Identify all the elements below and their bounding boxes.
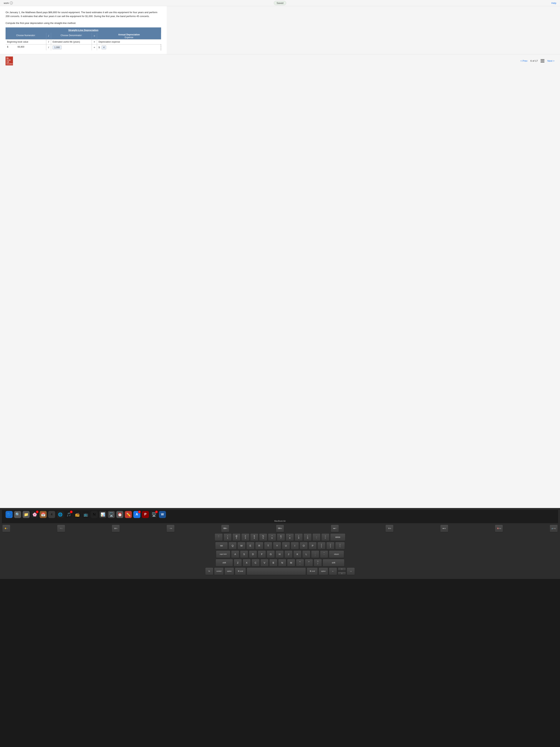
key-bracket-r[interactable]: }]: [326, 542, 335, 550]
key-6[interactable]: ^6: [268, 533, 276, 541]
dock-p[interactable]: P: [142, 511, 149, 518]
key-arrow-right[interactable]: →: [347, 567, 355, 575]
key-delete[interactable]: delete: [330, 533, 345, 541]
key-z[interactable]: Z: [234, 559, 242, 567]
dock-w[interactable]: W: [159, 511, 166, 518]
key-v[interactable]: V: [260, 559, 268, 567]
key-tab[interactable]: tab: [215, 542, 228, 550]
key-b[interactable]: B: [269, 559, 277, 567]
key-3[interactable]: #3: [241, 533, 249, 541]
key-p[interactable]: P: [309, 542, 317, 550]
prev-button[interactable]: < Prev: [521, 59, 527, 62]
key-backtick[interactable]: ~`: [215, 533, 223, 541]
key-fn-bottom[interactable]: fn: [205, 567, 213, 575]
key-arrow-left[interactable]: ←: [329, 567, 337, 575]
key-4[interactable]: $4: [250, 533, 258, 541]
key-o[interactable]: O: [300, 542, 308, 550]
key-s[interactable]: S: [240, 550, 248, 558]
key-0[interactable]: )0: [303, 533, 312, 541]
key-f[interactable]: F: [258, 550, 266, 558]
key-f10[interactable]: 🔇F10: [495, 525, 503, 533]
key-7[interactable]: &7: [277, 533, 285, 541]
dock-stocks[interactable]: N: [91, 511, 98, 518]
key-arrow-up[interactable]: ↑: [338, 567, 346, 571]
key-f5[interactable]: ⌨F5: [221, 525, 229, 533]
dock-pencil[interactable]: ✏️: [125, 511, 132, 518]
key-l[interactable]: L: [302, 550, 310, 558]
key-1[interactable]: !1: [223, 533, 232, 541]
dock-desktop[interactable]: 🖥️1: [150, 511, 157, 518]
key-e[interactable]: E: [246, 542, 255, 550]
key-u[interactable]: U: [282, 542, 290, 550]
dock-monitor[interactable]: 🖥️: [108, 511, 115, 518]
key-2[interactable]: @2: [233, 533, 241, 541]
key-a[interactable]: A: [231, 550, 239, 558]
grid-icon[interactable]: [541, 59, 544, 62]
key-g[interactable]: G: [267, 550, 275, 558]
key-minus[interactable]: _-: [313, 533, 321, 541]
key-f7[interactable]: ⏮F7: [331, 525, 339, 533]
row2-col2-val[interactable]: 1,000: [53, 46, 61, 49]
dock-finder[interactable]: 🔵: [5, 511, 12, 518]
key-space[interactable]: [247, 567, 306, 575]
key-arrow-down[interactable]: ↓: [338, 571, 346, 575]
key-f8[interactable]: ⏸F8: [385, 525, 394, 533]
key-c[interactable]: C: [251, 559, 260, 567]
dock-photos[interactable]: 🌸 1: [31, 511, 38, 518]
key-equals[interactable]: +=: [321, 533, 329, 541]
key-8[interactable]: *8: [286, 533, 294, 541]
key-bracket-l[interactable]: {[: [317, 542, 325, 550]
key-q[interactable]: Q: [229, 542, 237, 550]
dock-chrome[interactable]: 🌐: [57, 511, 64, 518]
key-w[interactable]: W: [237, 542, 245, 550]
key-shift-right[interactable]: shift: [323, 559, 344, 567]
dock-a[interactable]: A1: [133, 511, 140, 518]
dock-calendar[interactable]: 4: [48, 511, 55, 518]
key-cmd-right[interactable]: ⌘ cmd: [307, 567, 318, 575]
dock-activity[interactable]: 📊: [99, 511, 106, 518]
key-backslash[interactable]: |\: [335, 542, 345, 550]
key-return[interactable]: return: [329, 550, 344, 558]
dock-podcast[interactable]: 📻: [74, 511, 81, 518]
key-f6[interactable]: ⌨F6: [276, 525, 284, 533]
row2-col3-val[interactable]: 4: [102, 46, 106, 49]
info-icon[interactable]: i: [10, 1, 13, 4]
key-y[interactable]: Y: [273, 542, 281, 550]
dock-clock[interactable]: ⏰: [116, 511, 123, 518]
help-link[interactable]: Help: [551, 2, 556, 4]
dock-tv[interactable]: 📺: [82, 511, 89, 518]
key-9[interactable]: (9: [295, 533, 303, 541]
dock-files[interactable]: 📁: [23, 511, 30, 518]
key-shift-left[interactable]: shift: [216, 559, 233, 567]
key-period[interactable]: >.: [305, 559, 313, 567]
key-t[interactable]: T: [264, 542, 272, 550]
key-caps-lock[interactable]: caps lock: [216, 550, 230, 558]
key-semicolon[interactable]: :;: [311, 550, 319, 558]
key-i[interactable]: I: [291, 542, 299, 550]
key-x[interactable]: X: [243, 559, 251, 567]
key-f2[interactable]: ☀F2: [57, 525, 65, 533]
key-j[interactable]: J: [285, 550, 293, 558]
key-m[interactable]: M: [287, 559, 295, 567]
key-f3[interactable]: ⊞F3: [112, 525, 120, 533]
key-quote[interactable]: "': [320, 550, 328, 558]
key-h[interactable]: H: [275, 550, 284, 558]
next-button[interactable]: Next >: [548, 59, 555, 62]
key-f11[interactable]: 🔉F11: [550, 525, 558, 533]
key-f4[interactable]: ⋯F4: [166, 525, 175, 533]
key-r[interactable]: R: [255, 542, 263, 550]
dock-art[interactable]: 📅: [39, 511, 47, 518]
key-comma[interactable]: <,: [296, 559, 304, 567]
key-n[interactable]: N: [278, 559, 286, 567]
key-f9[interactable]: ⏭F9: [440, 525, 448, 533]
dock-music[interactable]: 🎵1: [65, 511, 72, 518]
key-opt-right[interactable]: option: [319, 567, 328, 575]
key-slash[interactable]: ?/: [314, 559, 322, 567]
key-cmd-left[interactable]: ⌘ cmd: [235, 567, 246, 575]
key-ctrl[interactable]: control: [214, 567, 224, 575]
key-5[interactable]: %5: [259, 533, 267, 541]
key-opt-left[interactable]: option: [224, 567, 234, 575]
dock-spotlight[interactable]: 🔍: [14, 511, 21, 518]
key-d[interactable]: D: [249, 550, 257, 558]
key-k[interactable]: K: [293, 550, 301, 558]
